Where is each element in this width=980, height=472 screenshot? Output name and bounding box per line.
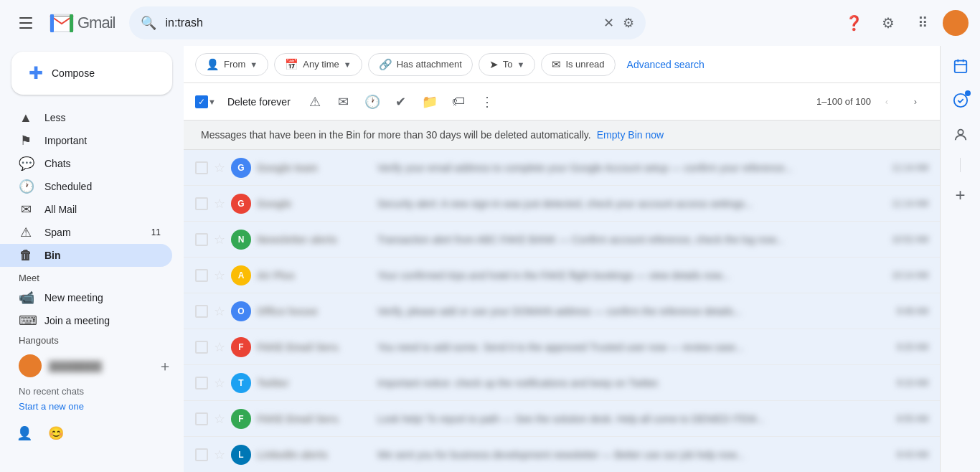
- star-icon[interactable]: ☆: [214, 196, 225, 212]
- sender-name: Google team: [257, 162, 372, 174]
- to-filter[interactable]: ➤ To ▼: [479, 53, 536, 76]
- email-snippet: You need to add some. Send it to the app…: [377, 341, 880, 353]
- row-checkbox[interactable]: [195, 341, 208, 354]
- sidebar-item-spam[interactable]: ⚠ Spam 11: [0, 221, 172, 244]
- sidebar-item-label-bin: Bin: [44, 250, 161, 261]
- chat-icon: 💬: [19, 156, 33, 171]
- search-bar[interactable]: 🔍 ✕ ⚙: [129, 6, 646, 39]
- table-row[interactable]: ☆ F FAKE Email Serv. Look help! To repor…: [184, 401, 940, 437]
- tasks-right-icon[interactable]: [946, 86, 975, 115]
- star-icon[interactable]: ☆: [214, 375, 225, 391]
- table-row[interactable]: ☆ N Newsletter alerts Transaction alert …: [184, 222, 940, 258]
- table-row[interactable]: ☆ G Google Security alert: A new sign-in…: [184, 186, 940, 222]
- row-checkbox[interactable]: [195, 233, 208, 246]
- sidebar-item-new-meeting[interactable]: 📹 New meeting: [0, 286, 172, 309]
- unread-filter[interactable]: ✉ Is unread: [541, 53, 615, 76]
- apps-button[interactable]: ⠿: [908, 9, 937, 37]
- hangouts-username: ████████: [49, 361, 102, 372]
- settings-button[interactable]: ⚙: [874, 9, 903, 37]
- sender-name: Google: [257, 198, 372, 209]
- star-icon[interactable]: ☆: [214, 160, 225, 176]
- sidebar-item-chats[interactable]: 💬 Chats: [0, 152, 172, 175]
- search-input[interactable]: [165, 16, 595, 29]
- avatar: L: [231, 445, 251, 465]
- table-row[interactable]: ☆ L LinkedIn alerts We sent you for busi…: [184, 437, 940, 472]
- star-icon[interactable]: ☆: [214, 303, 225, 319]
- email-date: 11:14 AM: [885, 199, 928, 209]
- start-new-chat-link[interactable]: Start a new one: [0, 400, 184, 415]
- delete-forever-button[interactable]: Delete forever: [219, 92, 299, 112]
- table-row[interactable]: ☆ O Office house Verify, please add or u…: [184, 293, 940, 329]
- svg-rect-1: [50, 14, 54, 32]
- table-row[interactable]: ☆ T Twitter Important notice: check up t…: [184, 365, 940, 401]
- sidebar-item-important[interactable]: ⚑ Important: [0, 129, 172, 152]
- label-important-icon: ⚑: [19, 133, 33, 148]
- row-checkbox[interactable]: [195, 161, 208, 174]
- report-spam-button[interactable]: ⚠: [302, 89, 328, 115]
- snooze-button[interactable]: 🕐: [359, 89, 385, 115]
- email-list: ☆ G Google team Verify your email addres…: [184, 150, 940, 472]
- label-button[interactable]: 🏷: [446, 89, 471, 115]
- star-icon[interactable]: ☆: [214, 339, 225, 355]
- hangouts-smiley-icon[interactable]: 😊: [43, 420, 69, 446]
- avatar: F: [231, 337, 251, 357]
- attachment-filter[interactable]: 🔗 Has attachment: [368, 53, 473, 76]
- avatar: N: [231, 230, 251, 250]
- from-filter[interactable]: 👤 From ▼: [195, 53, 268, 76]
- table-row[interactable]: ☆ G Google team Verify your email addres…: [184, 150, 940, 186]
- keyboard-icon: ⌨: [19, 313, 33, 329]
- contacts-right-icon[interactable]: [946, 121, 975, 149]
- row-checkbox[interactable]: [195, 448, 208, 461]
- sender-name: Twitter: [257, 377, 372, 389]
- star-icon[interactable]: ☆: [214, 232, 225, 247]
- avatar: A: [231, 265, 251, 285]
- anytime-filter[interactable]: 📅 Any time ▼: [274, 53, 362, 76]
- empty-bin-button[interactable]: Empty Bin now: [597, 129, 664, 141]
- email-snippet: Look help! To report to path — See the s…: [377, 413, 880, 425]
- select-all-checkbox[interactable]: ✓: [195, 95, 208, 108]
- move-to-inbox-button[interactable]: ✉: [331, 89, 357, 115]
- sidebar-item-label-less: Less: [44, 112, 161, 123]
- sidebar-item-less[interactable]: ▲ Less: [0, 106, 172, 129]
- avatar[interactable]: [943, 10, 969, 36]
- more-options-button[interactable]: ⋮: [474, 89, 500, 115]
- sidebar-item-label-join-meeting: Join a meeting: [44, 315, 161, 326]
- hangouts-person-icon[interactable]: 👤: [11, 420, 37, 446]
- table-row[interactable]: ☆ A Air Plus Your confirmed trips and ho…: [184, 258, 940, 293]
- mark-as-done-button[interactable]: ✔: [388, 89, 414, 115]
- delete-forever-label: Delete forever: [227, 96, 291, 108]
- help-button[interactable]: ❓: [839, 9, 868, 37]
- star-icon[interactable]: ☆: [214, 411, 225, 427]
- row-checkbox[interactable]: [195, 197, 208, 210]
- table-row[interactable]: ☆ F FAKE Email Serv. You need to add som…: [184, 329, 940, 365]
- hangouts-user: ████████ ＋: [0, 351, 184, 380]
- sender-name: Office house: [257, 306, 372, 317]
- add-hangouts-icon[interactable]: ＋: [158, 357, 172, 376]
- star-icon[interactable]: ☆: [214, 447, 225, 463]
- add-right-icon[interactable]: +: [946, 181, 975, 209]
- calendar-right-icon[interactable]: [946, 52, 975, 80]
- move-to-button[interactable]: 📁: [417, 89, 443, 115]
- prev-page-button[interactable]: ‹: [874, 89, 900, 115]
- star-icon[interactable]: ☆: [214, 268, 225, 283]
- unread-label: Is unread: [565, 59, 604, 70]
- sidebar-item-all-mail[interactable]: ✉ All Mail: [0, 198, 172, 221]
- sender-name: FAKE Email Serv.: [257, 413, 372, 425]
- hamburger-menu[interactable]: [11, 9, 40, 37]
- search-options-icon[interactable]: ⚙: [623, 15, 634, 31]
- sidebar-item-bin[interactable]: 🗑 Bin: [0, 244, 172, 267]
- row-checkbox[interactable]: [195, 412, 208, 425]
- sidebar-item-join-meeting[interactable]: ⌨ Join a meeting: [0, 309, 172, 332]
- row-checkbox[interactable]: [195, 377, 208, 390]
- email-snippet: Your confirmed trips and hotel in the FA…: [377, 270, 880, 281]
- advanced-search-link[interactable]: Advanced search: [627, 59, 705, 70]
- next-page-button[interactable]: ›: [903, 89, 928, 115]
- gmail-logo: Gmail: [49, 10, 115, 36]
- select-dropdown-icon[interactable]: ▼: [208, 98, 216, 106]
- row-checkbox[interactable]: [195, 305, 208, 318]
- select-all-wrapper[interactable]: ✓ ▼: [195, 95, 216, 108]
- compose-button[interactable]: ✚ Compose: [11, 52, 172, 95]
- row-checkbox[interactable]: [195, 269, 208, 282]
- sidebar-item-scheduled[interactable]: 🕐 Scheduled: [0, 175, 172, 198]
- clear-search-icon[interactable]: ✕: [603, 15, 614, 31]
